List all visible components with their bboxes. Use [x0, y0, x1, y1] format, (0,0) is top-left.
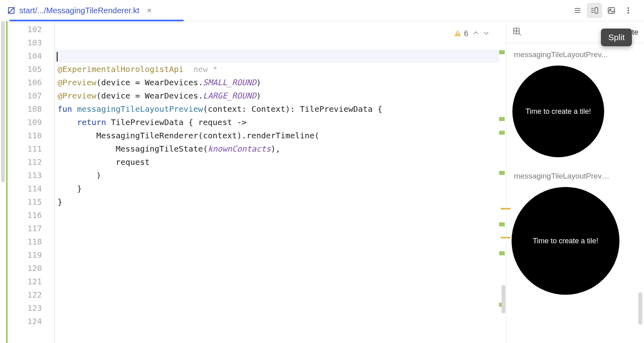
preview-item[interactable]: messagingTileLayoutPreviewTime to create… [514, 172, 644, 295]
problems-next-icon[interactable] [483, 29, 489, 38]
preview-layout-icon[interactable] [512, 27, 521, 37]
preview-label: messagingTileLayoutPreview [514, 172, 611, 181]
file-tab[interactable]: start/.../MessagingTileRenderer.kt [0, 0, 160, 21]
line-number: 114 [8, 182, 42, 195]
line-number: 119 [8, 249, 42, 262]
view-mode-code-icon[interactable] [570, 3, 585, 18]
svg-rect-8 [595, 8, 598, 13]
code-line[interactable]: @Preview(device = WearDevices.LARGE_ROUN… [55, 89, 499, 103]
line-number: 116 [8, 209, 42, 222]
code-line[interactable]: @ExperimentalHorologistApi new * [55, 63, 499, 76]
line-number: 108 [8, 103, 42, 116]
svg-point-13 [627, 12, 629, 13]
code-line[interactable]: } [55, 195, 499, 209]
line-number: 115 [8, 195, 42, 209]
code-line[interactable] [55, 235, 499, 249]
line-number: 113 [8, 169, 42, 182]
line-number: 104 [8, 49, 42, 63]
line-numbers: 1021031041051061071081091101111121131141… [8, 21, 54, 343]
left-scrollbar[interactable] [0, 21, 6, 343]
view-mode-split-icon[interactable] [587, 3, 602, 18]
code-line[interactable] [55, 302, 499, 315]
more-options-icon[interactable] [621, 3, 636, 18]
view-mode-design-icon[interactable] [604, 3, 619, 18]
watch-face-preview[interactable]: Time to create a tile! [512, 187, 619, 295]
line-number: 103 [8, 36, 42, 49]
code-line[interactable] [55, 315, 499, 328]
code-line[interactable] [55, 262, 499, 275]
tab-bar: start/.../MessagingTileRenderer.kt [0, 0, 644, 21]
code-line[interactable]: MessagingTileState(knownContacts), [55, 142, 499, 156]
line-number: 123 [8, 302, 42, 315]
line-number: 118 [8, 235, 42, 249]
line-number: 110 [8, 129, 42, 142]
problems-indicator[interactable]: 6 [454, 29, 489, 38]
split-tooltip: Split [601, 29, 632, 46]
preview-scrollbar[interactable] [638, 292, 642, 325]
preview-label: messagingTileLayoutPrev... [514, 50, 611, 59]
svg-point-12 [627, 10, 629, 11]
code-line[interactable]: ) [55, 169, 499, 182]
line-number: 105 [8, 63, 42, 76]
code-area[interactable]: 6 @ExperimentalHorologistApi new *@Previ… [55, 21, 499, 343]
code-line[interactable] [55, 23, 499, 36]
code-line[interactable] [55, 249, 499, 262]
code-line[interactable]: return TilePreviewData { request -> [55, 116, 499, 129]
line-number: 124 [8, 315, 42, 328]
kotlin-file-icon [7, 6, 15, 14]
code-line[interactable] [55, 209, 499, 222]
code-line[interactable] [55, 49, 499, 63]
watch-face-preview[interactable]: Time to create a tile! [512, 66, 604, 157]
code-line[interactable]: @Preview(device = WearDevices.SMALL_ROUN… [55, 76, 499, 89]
line-number: 111 [8, 142, 42, 156]
code-line[interactable] [55, 288, 499, 302]
svg-point-11 [627, 7, 629, 8]
line-number: 120 [8, 262, 42, 275]
code-line[interactable]: fun messagingTileLayoutPreview(context: … [55, 103, 499, 116]
preview-body[interactable]: messagingTileLayoutPrev...Time to create… [507, 43, 644, 343]
preview-panel: ate Split messagingTileLayoutPrev...Time… [506, 21, 644, 343]
problems-count: 6 [464, 29, 469, 38]
code-line[interactable]: } [55, 182, 499, 195]
line-number: 107 [8, 89, 42, 103]
code-line[interactable]: MessagingTileRenderer(context).renderTim… [55, 129, 499, 142]
close-tab-icon[interactable] [146, 7, 153, 14]
code-line[interactable]: request [55, 156, 499, 169]
code-line[interactable] [55, 222, 499, 235]
svg-marker-1 [8, 8, 14, 13]
code-line[interactable] [55, 275, 499, 288]
code-editor[interactable]: 1021031041051061071081091101111121131141… [0, 21, 506, 343]
svg-rect-14 [457, 32, 458, 34]
line-number: 106 [8, 76, 42, 89]
line-number: 109 [8, 116, 42, 129]
code-line[interactable] [55, 36, 499, 49]
line-number: 122 [8, 288, 42, 302]
line-number: 117 [8, 222, 42, 235]
line-number: 121 [8, 275, 42, 288]
line-number: 112 [8, 156, 42, 169]
svg-rect-9 [608, 8, 615, 13]
preview-item[interactable]: messagingTileLayoutPrev...Time to create… [514, 50, 644, 157]
problems-prev-icon[interactable] [473, 29, 479, 38]
error-stripe[interactable] [499, 21, 506, 343]
line-number: 102 [8, 23, 42, 36]
file-tab-label: start/.../MessagingTileRenderer.kt [19, 6, 139, 15]
svg-rect-15 [457, 35, 458, 36]
